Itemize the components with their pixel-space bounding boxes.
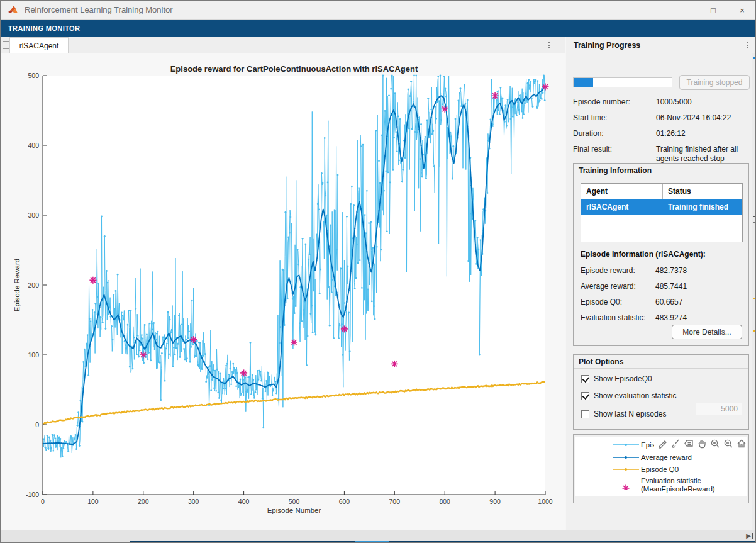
- show-last-n-checkbox[interactable]: [581, 410, 589, 418]
- panel-scrollbar[interactable]: [752, 53, 756, 530]
- evaluation-statistic-marker: [190, 336, 197, 343]
- show-last-n-option[interactable]: Show last N episodes: [581, 410, 666, 418]
- show-evaluation-checkbox[interactable]: [581, 392, 589, 400]
- start-time-label: Start time:: [573, 113, 608, 122]
- episode-reward-chart[interactable]: -100010020030040050001002003004005006007…: [1, 53, 565, 530]
- table-header-row: Agent Status: [581, 184, 742, 199]
- legend-evaluation-statistic[interactable]: Evaluation statistic (MeanEpisodeReward): [575, 476, 747, 494]
- x-tick-label: 500: [289, 498, 300, 505]
- evaluation-statistic-value: 483.9274: [655, 313, 687, 322]
- training-chart: -100010020030040050001002003004005006007…: [1, 53, 565, 530]
- x-tick-label: 800: [439, 498, 450, 505]
- x-tick-label: 400: [238, 498, 250, 505]
- zoom-out-icon[interactable]: [723, 438, 734, 449]
- evaluation-statistic-swatch: [613, 481, 639, 490]
- show-episodeq0-checkbox[interactable]: [581, 375, 589, 383]
- brush-icon[interactable]: [670, 438, 681, 449]
- evaluation-statistic-marker: [542, 83, 549, 90]
- show-episodeq0-label: Show EpisodeQ0: [594, 374, 652, 383]
- status-bar: ▶: [1, 530, 756, 541]
- legend-average-reward[interactable]: Average reward: [575, 453, 747, 462]
- last-n-episodes-input[interactable]: [696, 403, 742, 415]
- evaluation-statistic-marker: [492, 92, 499, 99]
- training-information-title: Training Information: [574, 164, 748, 177]
- axes-toolbar: [654, 437, 747, 451]
- legend-episode-q0[interactable]: Episode Q0: [575, 465, 747, 474]
- window-title: Reinforcement Learning Training Monitor: [25, 5, 173, 14]
- pan-icon[interactable]: [696, 438, 708, 449]
- evaluation-statistic-marker: [140, 352, 147, 359]
- average-reward-row: Average reward: 485.7441: [581, 282, 744, 291]
- x-tick-label: 600: [339, 498, 350, 505]
- evaluation-statistic-marker: [442, 106, 448, 113]
- x-tick-label: 300: [188, 498, 199, 505]
- show-last-n-label: Show last N episodes: [594, 410, 666, 418]
- episode-reward-value: 482.7378: [655, 266, 687, 275]
- more-details-button[interactable]: More Details...: [672, 325, 742, 339]
- zoom-in-icon[interactable]: [709, 438, 721, 449]
- datatips-icon[interactable]: [683, 438, 694, 449]
- training-progress-bar: [573, 77, 672, 87]
- show-evaluation-option[interactable]: Show evaluation statistic: [581, 391, 676, 400]
- episode-q0-value: 60.6657: [655, 298, 682, 306]
- status-column-header: Status: [663, 184, 742, 199]
- tab-training-monitor[interactable]: TRAINING MONITOR: [1, 25, 87, 32]
- episode-number-label: Episode number:: [573, 98, 630, 106]
- average-reward-value: 485.7441: [655, 282, 687, 291]
- status-cell: Training finished: [663, 199, 742, 215]
- x-tick-label: 1000: [538, 498, 553, 505]
- tab-rlsacagent[interactable]: rlSACAgent: [9, 37, 69, 53]
- final-result-label: Final result:: [573, 145, 612, 154]
- x-tick-label: 700: [389, 498, 401, 505]
- x-axis-label: Episode Number: [267, 507, 321, 514]
- legend-average-reward-label: Average reward: [641, 454, 742, 462]
- duration-value: 01:26:12: [656, 129, 750, 138]
- matlab-logo-icon: [8, 5, 19, 15]
- evaluation-statistic-marker: [391, 361, 398, 367]
- figure-pane: rlSACAgent -1000100200300400500010020030…: [1, 37, 565, 530]
- legend-episode-q0-label: Episode Q0: [641, 466, 742, 474]
- chart-title: Episode reward for CartPoleContinuousAct…: [170, 64, 418, 74]
- panel-title: Training Progress: [566, 41, 640, 50]
- show-episodeq0-option[interactable]: Show EpisodeQ0: [581, 374, 652, 383]
- episode-information-title: Episode Information (rlSACAgent):: [581, 250, 706, 259]
- start-time-value: 06-Nov-2024 16:04:22: [656, 113, 750, 123]
- progress-fill: [574, 78, 593, 87]
- y-tick-label: -100: [26, 491, 39, 498]
- legend-evaluation-statistic-label: Evaluation statistic (MeanEpisodeReward): [641, 477, 742, 493]
- evaluation-statistic-marker: [240, 369, 247, 376]
- episode-q0-label: Episode Q0:: [581, 298, 622, 306]
- title-bar: Reinforcement Learning Training Monitor …: [1, 1, 756, 20]
- episode-reward-swatch: [613, 440, 639, 449]
- minimize-button[interactable]: –: [670, 1, 699, 20]
- close-button[interactable]: ×: [728, 1, 756, 20]
- table-row[interactable]: rlSACAgent Training finished: [581, 199, 742, 215]
- tab-options-icon[interactable]: [545, 40, 553, 51]
- episode-q0-row: Episode Q0: 60.6657: [581, 298, 744, 306]
- x-tick-label: 200: [138, 498, 149, 505]
- y-tick-label: 100: [28, 351, 39, 359]
- restore-view-icon[interactable]: [736, 438, 747, 449]
- y-tick-label: 500: [28, 72, 39, 79]
- export-icon[interactable]: [657, 438, 668, 449]
- drag-grip-icon[interactable]: [3, 41, 9, 49]
- panel-header: Training Progress: [566, 37, 756, 53]
- panel-options-icon[interactable]: [743, 40, 752, 51]
- legend-box: Episode reward Average reward Episode Q0…: [573, 434, 749, 503]
- y-tick-label: 300: [28, 211, 39, 219]
- show-evaluation-label: Show evaluation statistic: [594, 391, 676, 400]
- document-tab-bar: rlSACAgent: [1, 37, 565, 53]
- x-tick-label: 0: [41, 498, 45, 505]
- maximize-button[interactable]: □: [699, 1, 728, 20]
- y-tick-label: 400: [28, 142, 39, 149]
- episode-reward-row: Episode reward: 482.7378: [581, 266, 744, 275]
- episode-q0-swatch: [613, 465, 639, 474]
- training-stopped-button[interactable]: Training stopped: [679, 75, 750, 90]
- episode-reward-label: Episode reward:: [581, 266, 635, 275]
- plot-options-title: Plot Options: [574, 355, 748, 369]
- evaluation-statistic-row: Evaluation statistic: 483.9274: [581, 313, 744, 322]
- scroll-right-icon[interactable]: ▶: [746, 532, 753, 539]
- agent-status-table[interactable]: Agent Status rlSACAgent Training finishe…: [581, 183, 743, 242]
- evaluation-statistic-label: Evaluation statistic:: [581, 313, 645, 322]
- agent-column-header: Agent: [581, 184, 663, 199]
